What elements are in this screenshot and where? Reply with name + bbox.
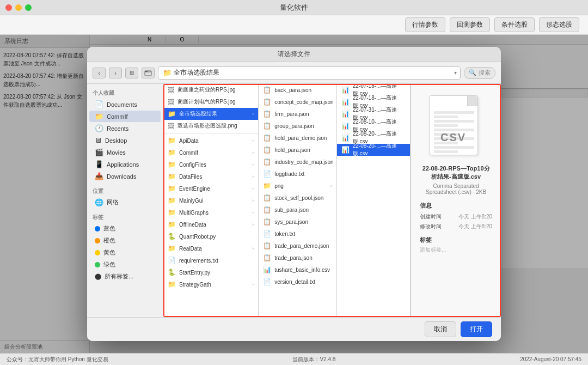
search-placeholder: 搜索 — [479, 69, 491, 77]
tags-title: 标签 — [87, 212, 163, 222]
dialog-toolbar: ‹ › ⊞ 📁 全市场选股结果 ▾ — [87, 62, 501, 84]
file-item-csv-0820-2[interactable]: 📊 22-08-20-...—高速版.csv — [337, 144, 410, 156]
file-name-eventengine: EventEngine — [179, 186, 210, 192]
file-item-concept[interactable]: 📋 concept_code_map.json — [259, 96, 336, 108]
toolbar-btn-backtest[interactable]: 回测参数 — [450, 17, 490, 32]
json-icon-concept: 📋 — [263, 98, 271, 106]
sidebar-item-downloads[interactable]: 📥 Downloads — [89, 171, 161, 182]
sidebar-item-tag-blue[interactable]: 蓝色 — [89, 223, 161, 234]
dialog-sidebar: 个人收藏 📄 Documents 📁 CommIf 🕐 — [87, 84, 163, 317]
file-item-shuangxuan[interactable]: 🖼 双选市场形态图选股.png — [163, 120, 258, 132]
open-button[interactable]: 打开 — [461, 321, 492, 337]
sidebar-item-applications[interactable]: 📱 Applications — [89, 159, 161, 170]
file-item-requirements[interactable]: 📄 requirements.txt — [163, 254, 258, 266]
file-item-rps2[interactable]: 🖼 蔺庭计划电气的RPS.jpg — [163, 96, 258, 108]
json-icon-stock: 📋 — [263, 194, 271, 202]
file-item-quanshi[interactable]: 📁 全市场选股结果 › — [163, 108, 258, 120]
txt-icon-version: 📄 — [263, 278, 271, 285]
sidebar-item-recents[interactable]: 🕐 Recents — [89, 123, 161, 134]
tag-label-blue: 蓝色 — [103, 224, 115, 233]
file-item-token[interactable]: 📄 token.txt — [259, 228, 336, 240]
add-tags-placeholder[interactable]: 添加标签... — [420, 246, 492, 254]
sidebar-item-tag-orange[interactable]: 橙色 — [89, 235, 161, 246]
sidebar-item-all-tags[interactable]: ⬤ 所有标签... — [89, 271, 161, 282]
folder-arrow-offlinedata: › — [252, 222, 254, 227]
forward-btn[interactable]: › — [109, 68, 122, 78]
tag-label-yellow: 黄色 — [103, 248, 115, 257]
sidebar-item-commif[interactable]: 📁 CommIf — [89, 111, 161, 122]
file-name-back-para: back_para.json — [274, 87, 311, 93]
file-item-industry[interactable]: 📋 industry_code_map.json — [259, 156, 336, 168]
sidebar-label-network: 网络 — [107, 198, 119, 206]
close-btn[interactable] — [5, 4, 12, 11]
file-name-industry: industry_code_map.json — [274, 159, 333, 165]
file-item-startentry[interactable]: 🐍 StartEntry.py — [163, 266, 258, 278]
json-icon-back: 📋 — [263, 86, 271, 94]
jpg-icon-2: 🖼 — [168, 98, 174, 106]
file-name-stock-pool: stock_self_pool.json — [274, 195, 323, 201]
file-item-strategygath[interactable]: 📁 StrategyGath › — [163, 278, 258, 290]
file-item-hold[interactable]: 📋 hold_para.json — [259, 144, 336, 156]
sidebar-item-network[interactable]: 🌐 网络 — [89, 197, 161, 208]
file-item-version[interactable]: 📄 version_detail.txt — [259, 276, 336, 288]
png-icon: 🖼 — [168, 122, 174, 130]
file-item-datafiles[interactable]: 📁 DataFiles › — [163, 171, 258, 182]
search-box[interactable]: 🔍 搜索 — [464, 67, 495, 79]
file-item-sub[interactable]: 📋 sub_para.json — [259, 204, 336, 216]
view-columns-btn[interactable]: ⊞ — [125, 68, 138, 78]
toolbar-btn-market[interactable]: 行情参数 — [405, 17, 445, 32]
toolbar-btn-pattern[interactable]: 形态选股 — [539, 17, 579, 32]
file-name-tushare: tushare_basic_info.csv — [274, 267, 330, 273]
file-item-offlinedata[interactable]: 📁 OfflineData › — [163, 218, 258, 230]
search-icon: 🔍 — [469, 69, 476, 76]
file-item-hold-demo[interactable]: 📋 hold_para_demo.json — [259, 132, 336, 144]
location-bar[interactable]: 📁 全市场选股结果 ▾ — [158, 66, 461, 80]
preview-info-section: 信息 创建时间 今天 上午8:20 修改时间 今天 上午8:20 标签 — [420, 202, 492, 254]
tag-dot-green — [95, 262, 100, 267]
folder-arrow-quanshi: › — [252, 111, 254, 117]
sidebar-item-tag-yellow[interactable]: 黄色 — [89, 247, 161, 258]
file-item-apidata[interactable]: 📁 ApiData › — [163, 135, 258, 147]
sidebar-item-movies[interactable]: 🎬 Movies — [89, 147, 161, 158]
csv-preview-icon: CSV — [424, 93, 489, 158]
favorites-title: 个人收藏 — [87, 88, 163, 98]
file-item-mainlygui[interactable]: 📁 MainlyGui › — [163, 194, 258, 206]
file-item-commif[interactable]: 📁 CommIf › — [163, 147, 258, 159]
file-item-stock-pool[interactable]: 📋 stock_self_pool.json — [259, 192, 336, 204]
file-item-trade[interactable]: 📋 trade_para.json — [259, 252, 336, 264]
sidebar-item-documents[interactable]: 📄 Documents — [89, 99, 161, 110]
toolbar-btn-condition[interactable]: 条件选股 — [494, 17, 535, 32]
file-item-eventengine[interactable]: 📁 EventEngine › — [163, 182, 258, 194]
file-item-trade-demo[interactable]: 📋 trade_para_demo.json — [259, 240, 336, 252]
txt-icon-log: 📄 — [263, 170, 271, 178]
cancel-button[interactable]: 取消 — [425, 321, 456, 337]
file-item-back-para[interactable]: 📋 back_para.json — [259, 84, 336, 96]
preview-info-title: 信息 — [420, 202, 492, 210]
sidebar-item-tag-green[interactable]: 绿色 — [89, 259, 161, 270]
minimize-btn[interactable] — [15, 4, 22, 11]
folder-icon-datafiles: 📁 — [168, 173, 176, 180]
sidebar-label-commif: CommIf — [107, 113, 128, 120]
file-item-realdata[interactable]: 📁 RealData › — [163, 242, 258, 254]
maximize-btn[interactable] — [25, 4, 32, 11]
file-item-group[interactable]: 📋 group_para.json — [259, 120, 336, 132]
file-item-multigraphs[interactable]: 📁 MultiGraphs › — [163, 206, 258, 218]
file-item-loggtrade[interactable]: 📄 loggtrade.txt — [259, 168, 336, 180]
file-item-png-folder[interactable]: 📁 png › — [259, 180, 336, 192]
back-btn[interactable]: ‹ — [93, 68, 106, 78]
file-item-configfiles[interactable]: 📁 ConfigFiles › — [163, 159, 258, 171]
file-item-tushare[interactable]: 📊 tushare_basic_info.csv — [259, 264, 336, 276]
folder-icon-eventengine: 📁 — [168, 185, 176, 192]
file-name-apidata: ApiData — [179, 138, 199, 144]
csv-icon-tushare: 📊 — [263, 266, 271, 273]
sidebar-item-desktop[interactable]: 🖥 Desktop — [89, 135, 161, 146]
tags-section: 标签 蓝色 橙色 黄色 — [87, 212, 163, 282]
file-item-sys[interactable]: 📋 sys_para.json — [259, 216, 336, 228]
dialog-title: 请选择文件 — [278, 50, 310, 59]
file-item-quantrobot[interactable]: 🐍 QuantRobot.py — [163, 230, 258, 242]
file-item-rps1[interactable]: 🖼 蔺庭康之药业的RPS.jpg — [163, 84, 258, 96]
new-folder-btn[interactable] — [142, 68, 155, 78]
json-icon-industry: 📋 — [263, 158, 271, 166]
svg-rect-1 — [145, 71, 148, 72]
file-item-firm[interactable]: 📋 firm_para.json — [259, 108, 336, 120]
